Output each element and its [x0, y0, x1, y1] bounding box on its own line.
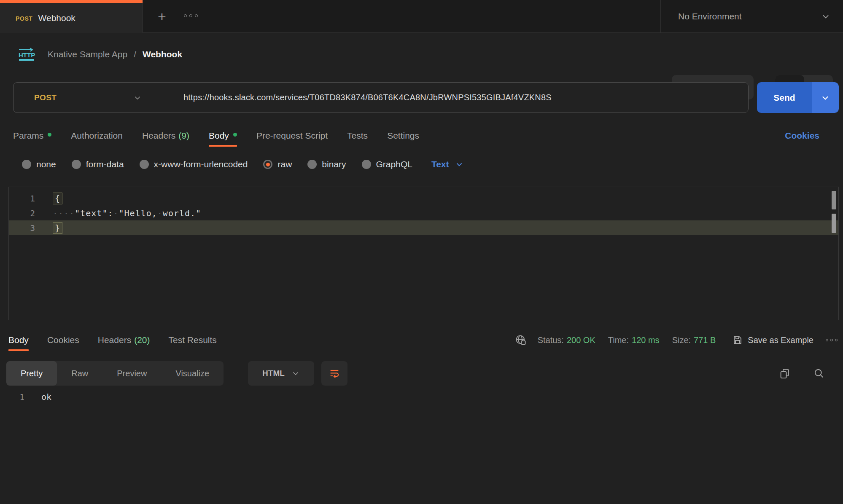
- response-body[interactable]: 1 ok: [8, 389, 51, 405]
- wrap-lines-icon: [329, 367, 340, 379]
- cookies-link[interactable]: Cookies: [785, 125, 819, 147]
- active-tab-underline: [8, 349, 29, 351]
- tab-headers[interactable]: Headers (9): [142, 125, 189, 147]
- response-toolbar: Pretty Raw Preview Visualize HTML: [6, 361, 837, 386]
- view-preview[interactable]: Preview: [102, 361, 161, 386]
- radio-unselected-icon: [72, 160, 81, 169]
- matched-brace: {: [53, 193, 62, 204]
- line-number: 2: [9, 209, 35, 218]
- line-number: 3: [9, 223, 35, 233]
- chevron-down-icon: [821, 12, 830, 21]
- save-icon: [733, 335, 743, 345]
- request-header: HTTP Knative Sample App / Webhook Save: [0, 33, 843, 75]
- body-type-raw[interactable]: raw: [263, 159, 292, 169]
- save-as-example-label: Save as Example: [748, 335, 813, 345]
- headers-count: (9): [178, 131, 189, 141]
- editor-line-2[interactable]: 2 ····"text":·"Hello,·world.": [9, 206, 838, 220]
- request-tab-webhook[interactable]: POST Webhook: [0, 0, 143, 33]
- tab-method-badge: POST: [16, 15, 33, 22]
- chevron-down-icon: [455, 160, 463, 169]
- response-tab-cookies[interactable]: Cookies: [47, 329, 79, 351]
- new-tab-button[interactable]: +: [154, 7, 170, 26]
- tab-pre-request-script[interactable]: Pre-request Script: [256, 125, 328, 147]
- radio-selected-icon: [263, 160, 272, 169]
- tab-body[interactable]: Body: [209, 125, 237, 147]
- save-as-example-button[interactable]: Save as Example: [733, 335, 813, 345]
- editor-line-3-active[interactable]: 3 }: [9, 220, 838, 235]
- view-raw[interactable]: Raw: [57, 361, 102, 386]
- method-selector[interactable]: POST: [13, 83, 168, 113]
- scrollbar-mark[interactable]: [832, 191, 836, 209]
- search-icon: [813, 367, 825, 379]
- svg-text:HTTP: HTTP: [19, 51, 35, 59]
- environment-selector[interactable]: No Environment: [661, 0, 843, 33]
- size-value[interactable]: 771 B: [694, 335, 716, 345]
- body-type-x-www-form-urlencoded[interactable]: x-www-form-urlencoded: [140, 159, 248, 169]
- status-value[interactable]: 200 OK: [567, 335, 595, 345]
- body-type-row: none form-data x-www-form-urlencoded raw…: [22, 153, 463, 175]
- wrap-lines-button[interactable]: [321, 361, 347, 386]
- size-label: Size:: [672, 335, 691, 345]
- response-options-icon[interactable]: [826, 339, 838, 341]
- copy-icon: [779, 367, 791, 379]
- http-protocol-icon: HTTP: [18, 47, 35, 62]
- scrollbar-mark[interactable]: [832, 214, 836, 233]
- response-tab-body[interactable]: Body: [8, 329, 29, 351]
- response-meta: Status: 200 OK Time: 120 ms Size: 771 B …: [514, 328, 838, 352]
- raw-language-selector[interactable]: Text: [431, 159, 463, 169]
- send-button[interactable]: Send: [757, 82, 812, 113]
- tab-authorization[interactable]: Authorization: [71, 125, 123, 147]
- breadcrumb-collection[interactable]: Knative Sample App: [48, 49, 127, 59]
- tab-tests[interactable]: Tests: [347, 125, 368, 147]
- body-type-binary[interactable]: binary: [307, 159, 346, 169]
- tab-title: Webhook: [38, 13, 75, 23]
- request-tabs: Params Authorization Headers (9) Body Pr…: [13, 125, 419, 147]
- radio-unselected-icon: [362, 160, 371, 169]
- request-body-editor[interactable]: 1 { 2 ····"text":·"Hello,·world." 3 }: [8, 187, 839, 320]
- url-divider: [168, 82, 168, 113]
- copy-response-button[interactable]: [776, 365, 794, 382]
- search-response-button[interactable]: [810, 365, 828, 382]
- response-tab-test-results[interactable]: Test Results: [169, 329, 217, 351]
- body-type-graphql[interactable]: GraphQL: [362, 159, 412, 169]
- editor-line-1[interactable]: 1 {: [9, 191, 838, 206]
- response-body-text: ok: [41, 392, 51, 402]
- response-headers-count: (20): [134, 335, 150, 345]
- send-options-button[interactable]: [812, 82, 839, 113]
- raw-language-value: Text: [431, 159, 449, 169]
- response-tabs: Body Cookies Headers (20) Test Results: [8, 328, 217, 352]
- active-tab-underline: [209, 145, 237, 147]
- chevron-down-icon: [291, 369, 300, 378]
- network-globe-lock-icon[interactable]: [514, 334, 527, 346]
- editor-scrollbar[interactable]: [832, 187, 836, 320]
- tab-divider: [143, 0, 143, 33]
- view-pretty[interactable]: Pretty: [6, 361, 57, 386]
- time-label: Time:: [608, 335, 629, 345]
- postman-window: POST Webhook + No Environment HTTP Knati…: [0, 0, 843, 504]
- radio-unselected-icon: [140, 160, 149, 169]
- radio-unselected-icon: [22, 160, 31, 169]
- response-format-value: HTML: [262, 369, 285, 378]
- body-type-none[interactable]: none: [22, 159, 56, 169]
- request-url-bar: POST https://hooks.slack.com/services/T0…: [13, 82, 749, 113]
- chevron-down-icon: [133, 94, 142, 102]
- tab-settings[interactable]: Settings: [387, 125, 419, 147]
- tab-options-icon[interactable]: [184, 14, 198, 17]
- response-tab-headers[interactable]: Headers (20): [98, 329, 150, 351]
- url-input[interactable]: https://hooks.slack.com/services/T06TD83…: [183, 93, 552, 102]
- tab-params[interactable]: Params: [13, 125, 51, 147]
- line-number: 1: [9, 194, 35, 203]
- matched-brace: }: [53, 222, 62, 234]
- status-label: Status:: [538, 335, 564, 345]
- time-value[interactable]: 120 ms: [632, 335, 660, 345]
- response-format-selector[interactable]: HTML: [248, 361, 314, 386]
- response-view-switcher: Pretty Raw Preview Visualize: [6, 361, 224, 386]
- response-line-number: 1: [8, 392, 24, 402]
- breadcrumb-request-name[interactable]: Webhook: [143, 49, 182, 59]
- params-active-dot: [48, 133, 51, 137]
- view-visualize[interactable]: Visualize: [161, 361, 224, 386]
- body-type-form-data[interactable]: form-data: [72, 159, 124, 169]
- send-split-button: Send: [757, 82, 839, 113]
- environment-label: No Environment: [678, 11, 821, 21]
- breadcrumb-separator: /: [134, 49, 136, 59]
